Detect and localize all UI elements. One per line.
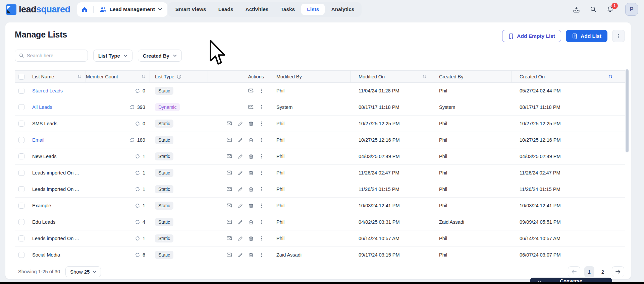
add-list-button[interactable]: Add List — [566, 30, 607, 42]
row-checkbox[interactable] — [18, 170, 24, 176]
page-button-1[interactable]: 1 — [584, 266, 594, 277]
refresh-count-icon[interactable] — [135, 187, 140, 192]
row-checkbox[interactable] — [18, 203, 24, 209]
more-actions-icon[interactable] — [259, 203, 264, 208]
refresh-count-icon[interactable] — [135, 219, 140, 225]
row-checkbox[interactable] — [18, 235, 24, 241]
refresh-count-icon[interactable] — [135, 170, 140, 175]
more-actions-icon[interactable] — [259, 121, 264, 126]
sort-icon[interactable] — [141, 74, 146, 79]
refresh-count-icon[interactable] — [129, 104, 135, 110]
delete-icon[interactable] — [248, 170, 254, 176]
row-checkbox[interactable] — [18, 252, 24, 258]
sort-icon[interactable] — [77, 74, 82, 79]
more-actions-icon[interactable] — [259, 137, 264, 143]
list-name[interactable]: Email — [32, 137, 44, 143]
send-email-icon[interactable] — [226, 121, 232, 127]
send-email-icon[interactable] — [226, 137, 232, 143]
tab-smart-views[interactable]: Smart Views — [170, 4, 212, 15]
sort-icon[interactable] — [422, 74, 427, 79]
delete-icon[interactable] — [248, 203, 254, 209]
row-checkbox[interactable] — [18, 137, 24, 143]
send-email-icon[interactable] — [226, 235, 232, 241]
list-name[interactable]: Starred Leads — [32, 88, 63, 93]
edit-icon[interactable] — [237, 137, 243, 143]
sort-icon-active[interactable] — [608, 74, 613, 79]
inbox-button[interactable] — [573, 6, 580, 13]
select-all-checkbox[interactable] — [18, 74, 24, 80]
delete-icon[interactable] — [248, 252, 254, 258]
edit-icon[interactable] — [237, 121, 243, 127]
edit-icon[interactable] — [237, 187, 243, 192]
edit-icon[interactable] — [237, 219, 243, 225]
refresh-count-icon[interactable] — [135, 252, 140, 258]
send-email-icon[interactable] — [226, 153, 232, 159]
delete-icon[interactable] — [248, 154, 254, 159]
row-checkbox[interactable] — [18, 88, 24, 94]
more-actions-icon[interactable] — [259, 104, 264, 110]
header-created-on[interactable]: Created On — [512, 71, 625, 82]
info-icon[interactable] — [177, 74, 181, 79]
refresh-count-icon[interactable] — [129, 137, 135, 143]
refresh-count-icon[interactable] — [135, 203, 140, 208]
delete-icon[interactable] — [248, 219, 254, 225]
more-actions-icon[interactable] — [259, 170, 264, 175]
refresh-count-icon[interactable] — [135, 236, 140, 241]
send-email-icon[interactable] — [226, 203, 232, 209]
more-actions-icon[interactable] — [259, 252, 264, 258]
send-email-icon[interactable] — [226, 252, 232, 258]
next-page-button[interactable] — [612, 266, 624, 277]
edit-icon[interactable] — [237, 252, 243, 258]
delete-icon[interactable] — [248, 137, 254, 143]
refresh-count-icon[interactable] — [135, 88, 140, 93]
vertical-scrollbar[interactable] — [626, 69, 629, 152]
row-checkbox[interactable] — [18, 153, 24, 159]
delete-icon[interactable] — [248, 187, 254, 192]
header-member-count[interactable]: Member Count — [86, 71, 150, 82]
header-list-name[interactable]: List Name — [32, 71, 86, 82]
send-email-icon[interactable] — [248, 104, 254, 110]
edit-icon[interactable] — [237, 236, 243, 241]
more-actions-icon[interactable] — [259, 219, 264, 225]
home-button[interactable] — [78, 3, 91, 15]
tab-leads[interactable]: Leads — [213, 4, 239, 15]
more-actions-icon[interactable] — [259, 236, 264, 241]
delete-icon[interactable] — [248, 236, 254, 241]
add-empty-list-button[interactable]: Add Empty List — [502, 30, 561, 42]
send-email-icon[interactable] — [226, 219, 232, 225]
row-checkbox[interactable] — [18, 186, 24, 192]
refresh-count-icon[interactable] — [135, 121, 140, 126]
list-type-filter[interactable]: List Type — [93, 50, 132, 62]
page-size-select[interactable]: Show 25 — [65, 266, 101, 277]
send-email-icon[interactable] — [226, 170, 232, 176]
page-button-2[interactable]: 2 — [598, 266, 608, 277]
row-checkbox[interactable] — [18, 121, 24, 127]
send-email-icon[interactable] — [226, 186, 232, 192]
refresh-count-icon[interactable] — [135, 154, 140, 159]
more-options-button[interactable] — [612, 30, 625, 42]
tab-tasks[interactable]: Tasks — [275, 4, 301, 15]
edit-icon[interactable] — [237, 203, 243, 209]
edit-icon[interactable] — [237, 170, 243, 176]
more-actions-icon[interactable] — [259, 154, 264, 159]
notifications-button[interactable]: 1 — [606, 6, 614, 13]
created-by-filter[interactable]: Created By — [138, 50, 182, 62]
more-actions-icon[interactable] — [259, 88, 264, 93]
leadsquared-logo[interactable]: leadsquared — [6, 4, 70, 15]
row-checkbox[interactable] — [18, 104, 24, 110]
tab-analytics[interactable]: Analytics — [325, 4, 360, 15]
edit-icon[interactable] — [237, 154, 243, 159]
profile-avatar[interactable]: P — [625, 3, 638, 16]
previous-page-button[interactable] — [568, 266, 580, 277]
more-actions-icon[interactable] — [259, 187, 264, 192]
header-modified-on[interactable]: Modified On — [351, 71, 431, 82]
workspace-selector[interactable]: Lead Management — [96, 3, 165, 15]
tab-activities[interactable]: Activities — [240, 4, 274, 15]
delete-icon[interactable] — [248, 121, 254, 127]
search-input[interactable] — [27, 53, 84, 58]
list-name[interactable]: All Leads — [32, 104, 52, 110]
row-checkbox[interactable] — [18, 219, 24, 225]
tab-lists[interactable]: Lists — [301, 4, 325, 15]
search-button[interactable] — [590, 6, 597, 13]
send-email-icon[interactable] — [248, 88, 254, 94]
